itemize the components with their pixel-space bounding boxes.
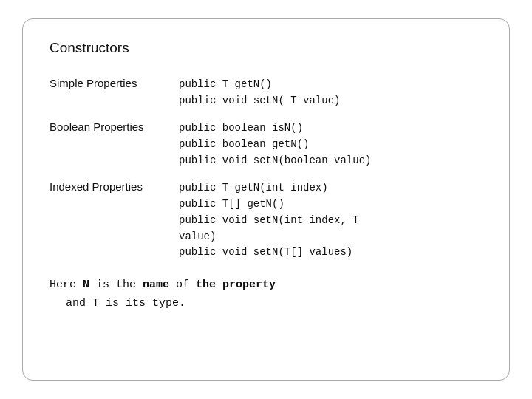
row-code-simple: public T getN()public void setN( T value… xyxy=(179,72,482,116)
table-row: Simple Properties public T getN()public … xyxy=(50,72,482,116)
properties-table: Simple Properties public T getN()public … xyxy=(50,72,482,268)
footer-line-1: Here N is the name of the property xyxy=(50,276,482,295)
footer-text-the-property: the property xyxy=(196,279,276,291)
row-label-boolean: Boolean Properties xyxy=(50,116,179,176)
row-label-simple: Simple Properties xyxy=(50,72,179,116)
footer-text-is-the: is the xyxy=(89,279,143,291)
footer-line-2: and T is its type. xyxy=(50,294,482,313)
footer-text-of: of xyxy=(169,279,196,291)
footer-text-name: name xyxy=(143,279,169,291)
footer-text-T: T xyxy=(92,297,99,310)
table-row: Boolean Properties public boolean isN()p… xyxy=(50,116,482,176)
footer-text-and: and xyxy=(66,297,92,310)
row-label-indexed: Indexed Properties xyxy=(50,176,179,267)
row-code-boolean: public boolean isN()public boolean getN(… xyxy=(179,116,482,176)
footer-text-is-its: is its xyxy=(99,297,152,310)
row-code-indexed: public T getN(int index)public T[] getN(… xyxy=(179,176,482,267)
table-row: Indexed Properties public T getN(int ind… xyxy=(50,176,482,267)
card-title: Constructors xyxy=(50,40,482,56)
footer-text-here: Here xyxy=(50,279,83,291)
main-card: Constructors Simple Properties public T … xyxy=(22,18,510,381)
footer-text-type: type. xyxy=(152,297,185,310)
footer-text-N: N xyxy=(83,279,89,291)
